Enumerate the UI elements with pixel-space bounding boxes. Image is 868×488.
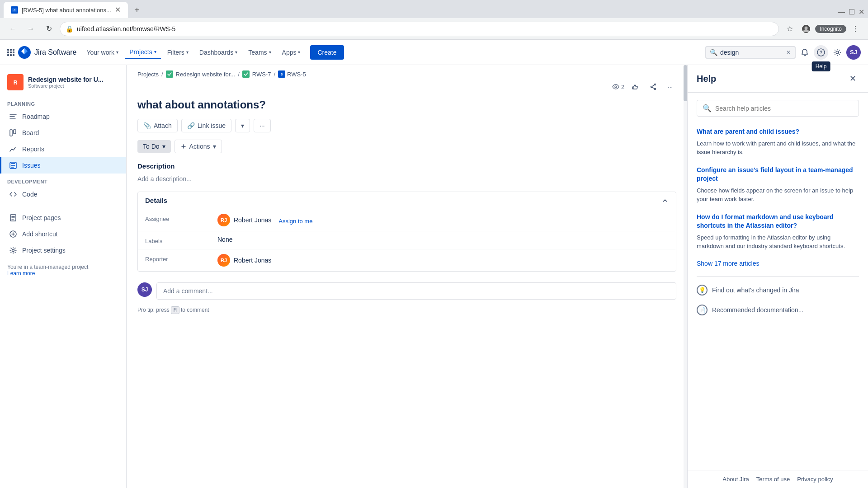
nav-dashboards[interactable]: Dashboards ▾ <box>195 46 242 59</box>
breadcrumb-project-name[interactable]: Redesign website for... <box>176 71 236 78</box>
help-search[interactable]: 🔍 <box>697 100 859 117</box>
more-toolbar-button[interactable]: ··· <box>254 119 271 132</box>
assign-me-link[interactable]: Assign to me <box>278 218 312 225</box>
expand-button[interactable]: ▾ <box>235 119 250 132</box>
tab-close-button[interactable]: ✕ <box>115 6 121 14</box>
browser-tab[interactable]: J [RWS-5] what about annotations... ✕ <box>4 2 128 18</box>
sidebar-item-roadmap[interactable]: Roadmap <box>0 108 126 125</box>
sidebar-item-label-roadmap: Roadmap <box>22 113 50 120</box>
menu-button[interactable]: ⋮ <box>848 22 863 36</box>
show-more-articles-link[interactable]: Show 17 more articles <box>697 260 859 267</box>
thumbs-up-button[interactable] <box>628 81 642 92</box>
forward-button[interactable]: → <box>24 22 38 36</box>
more-options-button[interactable]: ··· <box>664 82 676 92</box>
sidebar-item-board[interactable]: Board <box>0 125 126 141</box>
status-button[interactable]: To Do ▾ <box>137 140 171 153</box>
close-window-icon[interactable]: ✕ <box>859 8 864 16</box>
settings-button[interactable] <box>830 45 844 60</box>
apps-grid-icon[interactable] <box>7 49 14 56</box>
sidebar-item-add-shortcut[interactable]: Add shortcut <box>0 226 126 242</box>
scroll-bar[interactable] <box>684 65 687 488</box>
svg-text:J: J <box>14 8 15 12</box>
help-divider <box>697 276 859 277</box>
issue-title: what about annotations? <box>127 94 687 115</box>
breadcrumb-current-issue-wrapper: S RWS-5 <box>278 70 306 78</box>
project-info: Redesign website for U... Software proje… <box>28 76 119 89</box>
breadcrumb-current-issue[interactable]: RWS-5 <box>287 71 306 78</box>
help-link-0[interactable]: 💡 Find out what's changed in Jira <box>697 280 859 300</box>
browser-toolbar: ← → ↻ 🔒 uifeed.atlassian.net/browse/RWS-… <box>0 18 868 40</box>
terms-of-use-link[interactable]: Terms of use <box>756 476 790 483</box>
details-header[interactable]: Details <box>138 192 676 209</box>
attach-button[interactable]: 📎 Attach <box>137 119 178 132</box>
sidebar-item-issues[interactable]: Issues <box>0 157 126 174</box>
help-close-button[interactable]: ✕ <box>846 72 859 85</box>
sidebar-item-project-pages[interactable]: Project pages <box>0 210 126 226</box>
nav-projects[interactable]: Projects ▾ <box>125 46 161 59</box>
help-article-0[interactable]: What are parent and child issues? Learn … <box>697 127 859 157</box>
notifications-button[interactable] <box>797 45 812 60</box>
team-managed-notice: You're in a team-managed project Learn m… <box>0 258 126 282</box>
help-panel: Help ✕ 🔍 What are parent and child issue… <box>687 65 868 488</box>
project-settings-icon <box>9 246 18 255</box>
sidebar-item-label-issues: Issues <box>22 162 40 169</box>
description-section-label: Description <box>127 157 687 172</box>
comment-input[interactable]: Add a comment... <box>156 282 676 300</box>
svg-point-19 <box>655 89 656 90</box>
privacy-policy-link[interactable]: Privacy policy <box>797 476 833 483</box>
project-name: Redesign website for U... <box>28 76 119 83</box>
address-bar[interactable]: 🔒 uifeed.atlassian.net/browse/RWS-5 <box>60 22 779 36</box>
help-search-input[interactable] <box>715 105 853 112</box>
refresh-button[interactable]: ↻ <box>42 22 56 36</box>
nav-search[interactable]: 🔍 ✕ <box>705 46 796 59</box>
help-link-1[interactable]: 📄 Recommended documentation... <box>697 300 859 320</box>
search-clear-icon[interactable]: ✕ <box>786 49 791 56</box>
help-article-1[interactable]: Configure an issue's field layout in a t… <box>697 166 859 204</box>
breadcrumb-projects[interactable]: Projects <box>137 71 159 78</box>
profile-button[interactable] <box>799 22 813 36</box>
breadcrumb-parent-issue[interactable]: RWS-7 <box>252 71 271 78</box>
svg-rect-9 <box>10 130 12 136</box>
details-title: Details <box>145 197 167 204</box>
bookmark-button[interactable]: ☆ <box>783 22 797 36</box>
link-issue-button[interactable]: 🔗 Link issue <box>181 119 231 132</box>
help-link-label-0: Find out what's changed in Jira <box>712 286 799 294</box>
learn-more-link[interactable]: Learn more <box>7 270 35 277</box>
breadcrumb: Projects / Redesign website for... / RWS… <box>127 65 687 80</box>
roadmap-icon <box>9 112 18 121</box>
jira-logo[interactable]: Jira Software <box>18 46 76 59</box>
help-link-icon-1: 📄 <box>697 305 708 315</box>
nav-your-work[interactable]: Your work ▾ <box>82 46 123 59</box>
search-icon: 🔍 <box>710 49 717 56</box>
create-button[interactable]: Create <box>310 45 344 60</box>
sidebar-item-code[interactable]: Code <box>0 186 126 202</box>
share-button[interactable] <box>646 81 660 92</box>
help-panel-title: Help <box>697 74 716 84</box>
svg-point-18 <box>655 84 656 85</box>
nav-filters[interactable]: Filters ▾ <box>163 46 193 59</box>
svg-text:S: S <box>281 73 283 76</box>
help-panel-header: Help ✕ <box>688 65 868 93</box>
maximize-icon[interactable]: ☐ <box>849 8 855 16</box>
actions-label: Actions <box>189 143 210 150</box>
assignee-label: Assignee <box>145 214 217 222</box>
svg-text:?: ? <box>820 50 822 55</box>
attach-label: Attach <box>154 122 172 129</box>
about-jira-link[interactable]: About Jira <box>722 476 749 483</box>
actions-button[interactable]: Actions ▾ <box>175 140 222 153</box>
back-button[interactable]: ← <box>5 22 20 36</box>
sidebar-item-reports[interactable]: Reports <box>0 141 126 157</box>
user-avatar[interactable]: SJ <box>846 45 861 60</box>
new-tab-button[interactable]: + <box>129 2 145 18</box>
projects-chevron: ▾ <box>154 49 156 54</box>
nav-apps[interactable]: Apps ▾ <box>278 46 305 59</box>
search-input[interactable] <box>720 49 783 56</box>
scroll-thumb[interactable] <box>684 65 687 101</box>
sidebar-item-project-settings[interactable]: Project settings <box>0 242 126 258</box>
nav-teams[interactable]: Teams ▾ <box>244 46 275 59</box>
help-button[interactable]: ? Help <box>814 45 828 60</box>
help-article-2[interactable]: How do I format markdown and use keyboar… <box>697 213 859 251</box>
description-placeholder[interactable]: Add a description... <box>127 172 687 186</box>
sidebar-project[interactable]: R Redesign website for U... Software pro… <box>0 69 126 96</box>
minimize-icon[interactable]: — <box>838 8 845 16</box>
